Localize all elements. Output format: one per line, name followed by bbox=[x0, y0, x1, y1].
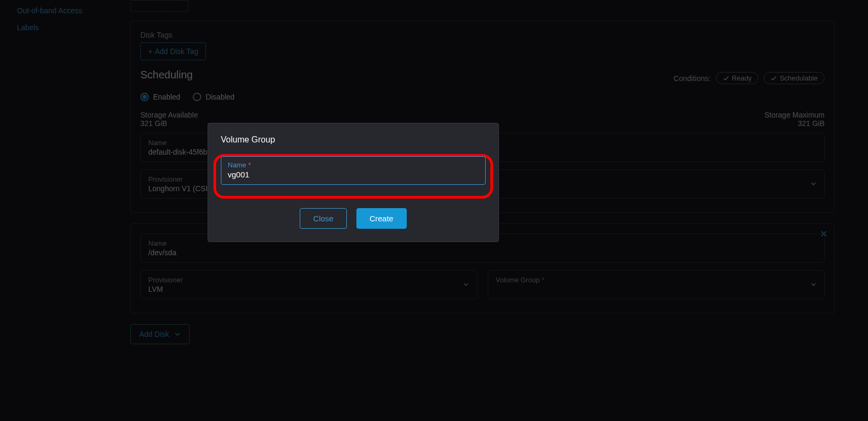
required-indicator: * bbox=[248, 161, 251, 169]
storage-maximum-label: Storage Maximum bbox=[764, 111, 825, 119]
sidebar-item-labels[interactable]: Labels bbox=[0, 19, 118, 36]
add-disk-tag-button[interactable]: + Add Disk Tag bbox=[140, 42, 206, 60]
scheduling-radio-group: Enabled Disabled bbox=[140, 93, 825, 101]
storage-available-label: Storage Available bbox=[140, 111, 198, 119]
volume-group-modal: Volume Group Name * Close Create bbox=[208, 123, 499, 242]
modal-name-field[interactable]: Name * bbox=[221, 156, 486, 185]
create-button[interactable]: Create bbox=[356, 208, 407, 229]
check-icon bbox=[771, 75, 777, 82]
storage-available: Storage Available 321 GiB bbox=[140, 111, 198, 128]
disk-tags-label: Disk Tags bbox=[140, 31, 825, 39]
volume-group-label: Volume Group * bbox=[496, 276, 817, 284]
condition-schedulable-pill: Schedulable bbox=[764, 72, 825, 84]
provisioner-label: Provisioner bbox=[148, 276, 469, 284]
required-indicator: * bbox=[542, 276, 544, 284]
modal-name-input[interactable] bbox=[228, 169, 479, 179]
ready-text: Ready bbox=[732, 74, 752, 82]
radio-enabled[interactable]: Enabled bbox=[140, 93, 180, 101]
chevron-down-icon bbox=[463, 281, 469, 289]
add-disk-tag-label: Add Disk Tag bbox=[155, 47, 198, 56]
sidebar-item-out-of-band[interactable]: Out-of-band Access bbox=[0, 2, 118, 19]
conditions-row: Conditions: Ready Schedulable bbox=[674, 72, 825, 84]
enabled-label: Enabled bbox=[153, 93, 180, 101]
vg-label-text: Volume Group bbox=[496, 276, 540, 284]
plus-icon: + bbox=[148, 47, 153, 56]
radio-disabled[interactable]: Disabled bbox=[193, 93, 234, 101]
chevron-down-icon bbox=[810, 180, 817, 189]
sidebar: Out-of-band Access Labels bbox=[0, 0, 118, 421]
provisioner-value: LVM bbox=[148, 285, 469, 293]
check-icon bbox=[723, 75, 729, 82]
storage-available-value: 321 GiB bbox=[140, 119, 198, 128]
condition-ready-pill: Ready bbox=[716, 72, 759, 84]
modal-name-label-text: Name bbox=[228, 161, 246, 169]
modal-actions: Close Create bbox=[221, 208, 486, 229]
name-value: /dev/sda bbox=[148, 248, 817, 257]
add-disk-label: Add Disk bbox=[139, 330, 169, 338]
storage-maximum-value: 321 GiB bbox=[764, 119, 825, 128]
radio-dot-icon bbox=[140, 93, 149, 101]
add-disk-button[interactable]: Add Disk bbox=[130, 324, 190, 344]
disk2-volume-group-field[interactable]: Volume Group * bbox=[488, 270, 825, 299]
modal-name-label: Name * bbox=[228, 161, 479, 169]
volume-group-value bbox=[496, 285, 817, 293]
modal-title: Volume Group bbox=[221, 135, 486, 145]
radio-dot-icon bbox=[193, 93, 201, 101]
disabled-label: Disabled bbox=[205, 93, 234, 101]
scheduling-title: Scheduling bbox=[140, 69, 193, 81]
chevron-down-icon bbox=[810, 281, 817, 289]
close-button[interactable]: Close bbox=[300, 208, 346, 229]
chevron-down-icon bbox=[174, 331, 181, 337]
storage-maximum: Storage Maximum 321 GiB bbox=[764, 111, 825, 128]
disk2-provisioner-field[interactable]: Provisioner LVM bbox=[140, 270, 477, 299]
schedulable-text: Schedulable bbox=[780, 74, 818, 82]
conditions-label: Conditions: bbox=[674, 74, 711, 83]
tag-placeholder bbox=[130, 0, 189, 12]
